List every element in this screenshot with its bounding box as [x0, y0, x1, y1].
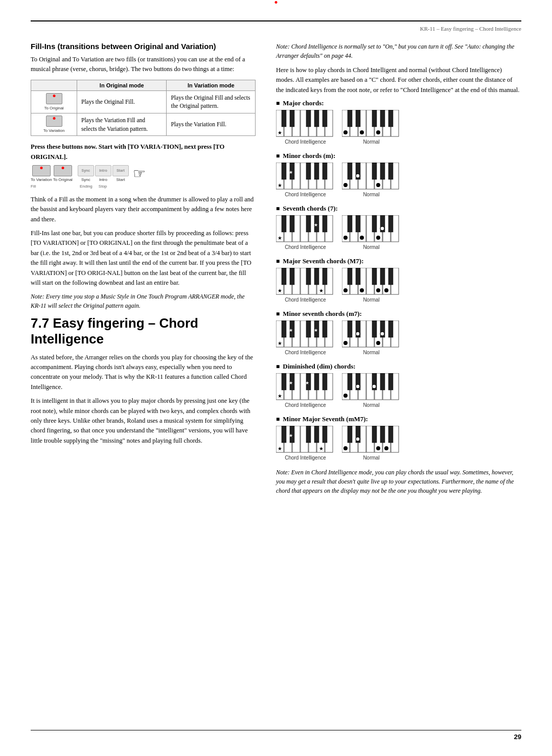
svg-rect-173: [380, 373, 385, 390]
min7-ci-piano: ★ ★ ★: [276, 320, 335, 348]
minor-chords-section: Minor chords (m):: [276, 152, 521, 197]
dim-chords-section: Diminished (dim) chords:: [276, 362, 521, 408]
maj7-ci-diagram: ★ ★ Chord Intelligence: [276, 268, 335, 303]
svg-rect-66: [306, 215, 311, 232]
mm7-chords-title: Minor Major Seventh (mM7):: [276, 415, 521, 423]
page-number: 29: [514, 733, 521, 741]
svg-rect-49: [348, 163, 352, 179]
ending-label: Ending: [78, 184, 93, 189]
svg-point-175: [343, 394, 348, 398]
svg-rect-39: [323, 163, 327, 179]
svg-rect-185: [282, 426, 286, 443]
svg-text:★: ★: [278, 446, 282, 451]
svg-rect-94: [282, 268, 286, 285]
minor-chords-title: Minor chords (m):: [276, 152, 521, 160]
seventh-chords-title: Seventh chords (7):: [276, 204, 521, 213]
svg-rect-11: [323, 110, 327, 127]
think-para: Think of a Fill as the moment in a song …: [31, 195, 256, 224]
svg-text:★: ★: [314, 222, 318, 227]
table-col0: [31, 80, 77, 90]
btn-row2: Sync Sync Intro Intro Start S: [78, 165, 129, 182]
seventh-normal-diagram: Normal: [342, 215, 401, 250]
svg-text:★: ★: [319, 288, 324, 293]
svg-point-25: [343, 130, 348, 134]
svg-rect-159: [323, 373, 327, 390]
svg-rect-53: [388, 163, 393, 179]
dim-normal-piano: [342, 373, 401, 401]
right-column: Note: Chord Intelligence is normally set…: [276, 42, 521, 499]
red-led-v: [40, 167, 42, 169]
to-variation-btn-illus: To Variation: [31, 165, 52, 182]
svg-point-116: [384, 288, 388, 292]
min7-chords-diagrams: ★ ★ ★ Chord Intelligence: [276, 320, 521, 355]
minor-chords-diagrams: ★ ★ Chord Intelligence: [276, 163, 521, 197]
maj7-chords-diagrams: ★ ★ Chord Intelligence: [276, 268, 521, 303]
svg-point-177: [372, 384, 376, 388]
mm7-ci-piano: ★ ★ ★: [276, 426, 335, 453]
svg-rect-78: [348, 215, 352, 232]
min7-ci-label: Chord Intelligence: [285, 350, 326, 355]
svg-rect-8: [290, 110, 294, 127]
stop-label: Stop: [94, 184, 107, 189]
svg-rect-174: [388, 373, 393, 390]
italic-note: Note: Every time you stop a Music Style …: [31, 292, 256, 310]
minor-ci-piano: ★ ★: [276, 163, 335, 190]
fillin-para1: Fill-Ins last one bar, but you can produ…: [31, 228, 256, 288]
svg-rect-108: [348, 268, 352, 285]
maj7-chords-section: Major Seventh chords (M7):: [276, 257, 521, 303]
right-top-italic: Note: Chord Intelligence is normally set…: [276, 42, 521, 60]
major-ci-diagram: ★ Chord Intelligence: [276, 110, 335, 145]
svg-rect-202: [372, 426, 377, 443]
right-intro-para: Here is how to play chords in Chord Inte…: [276, 65, 521, 95]
mm7-normal-piano: [342, 426, 401, 453]
table-cell-var1: Plays the Original Fill and selects the …: [167, 90, 256, 113]
major-normal-label: Normal: [363, 139, 379, 145]
major-normal-piano: [342, 110, 401, 138]
svg-point-56: [376, 183, 380, 187]
svg-rect-170: [348, 373, 352, 390]
svg-rect-200: [348, 426, 352, 443]
maj7-normal-piano: [342, 268, 401, 295]
seventh-ci-piano: ★ ★: [276, 215, 335, 243]
svg-text:★: ★: [289, 380, 293, 385]
svg-rect-80: [372, 215, 377, 232]
svg-text:★: ★: [289, 433, 293, 438]
svg-rect-20: [348, 110, 352, 127]
svg-rect-110: [372, 268, 377, 285]
mm7-normal-label: Normal: [363, 455, 379, 461]
intro-para: To Original and To Variation are two fil…: [31, 55, 256, 75]
svg-rect-141: [372, 320, 377, 337]
major-chords-section: Major chords:: [276, 99, 521, 145]
svg-text:★: ★: [289, 170, 293, 175]
major-ci-piano: ★: [276, 110, 335, 138]
dim-chords-title: Diminished (dim) chords:: [276, 362, 521, 371]
mm7-ci-diagram: ★ ★ ★ Chord Intelligence: [276, 426, 335, 461]
svg-point-206: [356, 437, 360, 441]
red-led-o: [61, 167, 64, 169]
dim-ci-label: Chord Intelligence: [285, 402, 326, 408]
svg-point-145: [356, 332, 360, 336]
dim-chords-diagrams: ★ ★ ★ Chord Intelligence: [276, 373, 521, 408]
svg-rect-65: [290, 215, 294, 232]
seventh-normal-label: Normal: [363, 244, 379, 250]
svg-text:★: ★: [314, 328, 318, 333]
svg-point-147: [380, 332, 384, 336]
svg-rect-10: [314, 110, 319, 127]
svg-rect-109: [356, 268, 360, 285]
table-cell-btn2: To Variation: [31, 113, 77, 135]
dim-ci-piano: ★ ★ ★: [276, 373, 335, 401]
svg-text:★: ★: [278, 393, 282, 399]
section2-para1: As stated before, the Arranger relies on…: [31, 353, 256, 393]
svg-rect-126: [306, 320, 311, 337]
svg-text:★: ★: [319, 446, 324, 451]
seventh-chords-section: Seventh chords (7):: [276, 204, 521, 250]
maj7-chords-title: Major Seventh chords (M7):: [276, 257, 521, 265]
svg-rect-24: [388, 110, 393, 127]
intro-btn: Intro Intro: [95, 165, 111, 182]
svg-rect-82: [388, 215, 393, 232]
svg-rect-52: [380, 163, 385, 179]
min7-ci-diagram: ★ ★ ★ Chord Intelligence: [276, 320, 335, 355]
svg-point-208: [384, 446, 388, 450]
svg-rect-189: [323, 426, 327, 443]
svg-point-114: [360, 288, 364, 292]
